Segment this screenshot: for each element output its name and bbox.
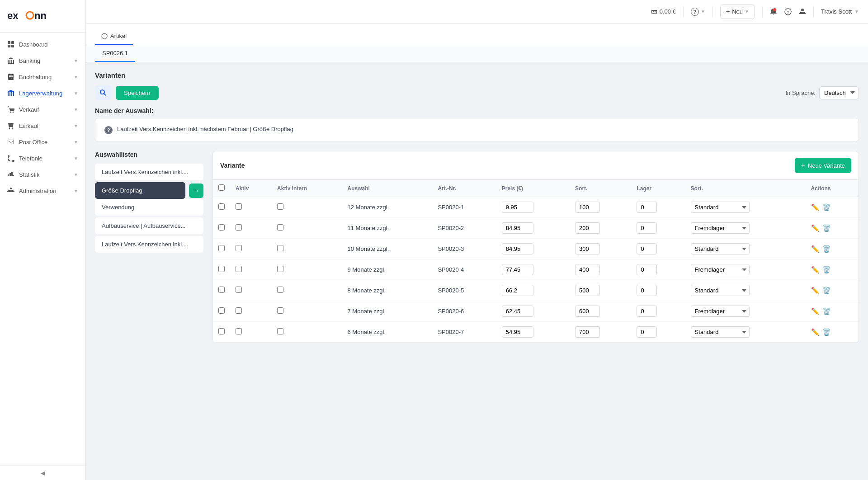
lager-type-select[interactable]: StandardFremdlager — [691, 202, 750, 213]
aktiv-checkbox[interactable] — [236, 266, 242, 272]
sidebar-item-banking[interactable]: Banking ▼ — [0, 52, 85, 69]
save-button[interactable]: Speichern — [116, 86, 159, 100]
topbar-divider2 — [712, 6, 713, 17]
delete-button[interactable]: 🗑️ — [822, 266, 831, 274]
auswahl-item-3[interactable]: Verwendung — [95, 199, 203, 216]
auswahl-arrow-button[interactable]: → — [189, 184, 203, 198]
help-icon-button[interactable]: ? — [784, 8, 792, 15]
edit-button[interactable]: ✏️ — [811, 203, 820, 212]
sidebar-item-buchhaltung[interactable]: Buchhaltung ▼ — [0, 69, 85, 85]
sort1-input[interactable] — [575, 306, 600, 317]
preis-input[interactable] — [502, 264, 533, 275]
lager-type-select[interactable]: StandardFremdlager — [691, 306, 750, 317]
row-checkbox[interactable] — [218, 328, 225, 334]
edit-button[interactable]: ✏️ — [811, 266, 820, 274]
sub-tab-sp0026[interactable]: SP0026.1 — [95, 45, 135, 62]
sort1-input[interactable] — [575, 326, 600, 338]
lager-type-select[interactable]: StandardFremdlager — [691, 264, 750, 275]
aktiv-intern-checkbox[interactable] — [277, 287, 283, 293]
delete-button[interactable]: 🗑️ — [822, 203, 831, 212]
lager-val-input[interactable] — [637, 326, 657, 338]
select-all-checkbox[interactable] — [218, 184, 225, 191]
lager-type-select[interactable]: StandardFremdlager — [691, 222, 750, 234]
aktiv-checkbox[interactable] — [236, 203, 242, 210]
logo: ex nn — [0, 0, 85, 33]
aktiv-checkbox[interactable] — [236, 224, 242, 231]
preis-input[interactable] — [502, 326, 533, 338]
lager-val-input[interactable] — [637, 243, 657, 254]
edit-button[interactable]: ✏️ — [811, 224, 820, 232]
aktiv-intern-checkbox[interactable] — [277, 224, 283, 231]
preis-input[interactable] — [502, 306, 533, 317]
aktiv-intern-checkbox[interactable] — [277, 328, 283, 334]
lager-type-select[interactable]: StandardFremdlager — [691, 243, 750, 254]
lager-type-select[interactable]: StandardFremdlager — [691, 285, 750, 296]
aktiv-checkbox[interactable] — [236, 245, 242, 251]
notification-bell[interactable] — [770, 8, 777, 15]
row-checkbox[interactable] — [218, 245, 225, 251]
sidebar-collapse-button[interactable]: ◀ — [0, 466, 85, 480]
edit-button[interactable]: ✏️ — [811, 245, 820, 253]
row-checkbox[interactable] — [218, 287, 225, 293]
aktiv-intern-checkbox[interactable] — [277, 245, 283, 251]
delete-button[interactable]: 🗑️ — [822, 307, 831, 315]
sidebar-item-statistik[interactable]: Statistik ▼ — [0, 166, 85, 183]
preis-input[interactable] — [502, 243, 533, 254]
sidebar-item-administration[interactable]: Administration ▼ — [0, 183, 85, 199]
row-checkbox[interactable] — [218, 266, 225, 272]
neue-variante-button[interactable]: + Neue Variante — [795, 158, 852, 173]
lager-val-input[interactable] — [637, 264, 657, 275]
edit-button[interactable]: ✏️ — [811, 307, 820, 315]
user-icon-button[interactable] — [799, 8, 806, 15]
sort1-input[interactable] — [575, 222, 600, 234]
delete-button[interactable]: 🗑️ — [822, 224, 831, 232]
balance-display[interactable]: 0,00 € — [651, 8, 676, 15]
delete-button[interactable]: 🗑️ — [822, 328, 831, 336]
col-art-nr: Art.-Nr. — [432, 180, 496, 197]
row-checkbox[interactable] — [218, 203, 225, 210]
language-select[interactable]: Deutsch — [819, 86, 859, 99]
help-button[interactable]: ? ▼ — [691, 8, 705, 16]
col-lager: Lager — [631, 180, 685, 197]
row-checkbox[interactable] — [218, 307, 225, 314]
sidebar-item-telefonie[interactable]: Telefonie ▼ — [0, 150, 85, 166]
sidebar-item-einkauf[interactable]: Einkauf ▼ — [0, 118, 85, 134]
user-menu[interactable]: Travis Scott ▼ — [821, 8, 859, 15]
sidebar-item-post-office[interactable]: Post Office ▼ — [0, 134, 85, 150]
aktiv-intern-checkbox[interactable] — [277, 203, 283, 210]
aktiv-checkbox[interactable] — [236, 287, 242, 293]
preis-input[interactable] — [502, 202, 533, 213]
sort1-input[interactable] — [575, 243, 600, 254]
lager-val-input[interactable] — [637, 285, 657, 296]
aktiv-intern-checkbox[interactable] — [277, 266, 283, 272]
lager-type-select[interactable]: StandardFremdlager — [691, 326, 750, 338]
chevron-icon: ▼ — [74, 58, 78, 63]
sort1-input[interactable] — [575, 285, 600, 296]
auswahl-item-2[interactable]: Größe Dropflag — [95, 182, 185, 199]
search-button[interactable] — [95, 85, 111, 100]
aktiv-checkbox[interactable] — [236, 328, 242, 334]
sort1-input[interactable] — [575, 264, 600, 275]
edit-button[interactable]: ✏️ — [811, 328, 820, 336]
sidebar-item-verkauf[interactable]: Verkauf ▼ — [0, 101, 85, 118]
tab-artikel[interactable]: Artikel — [95, 28, 133, 45]
delete-button[interactable]: 🗑️ — [822, 245, 831, 253]
sidebar-item-dashboard[interactable]: Dashboard — [0, 36, 85, 52]
sort1-input[interactable] — [575, 202, 600, 213]
aktiv-intern-checkbox[interactable] — [277, 307, 283, 314]
preis-input[interactable] — [502, 285, 533, 296]
preis-input[interactable] — [502, 222, 533, 234]
lager-val-input[interactable] — [637, 306, 657, 317]
auswahl-item-4[interactable]: Aufbauservice | Aufbauservice... — [95, 217, 203, 234]
auswahl-item-5[interactable]: Laufzeit Vers.Kennzeichen inkl.... — [95, 236, 203, 253]
lager-val-input[interactable] — [637, 222, 657, 234]
auswahl-item-1[interactable]: Laufzeit Vers.Kennzeichen inkl.... — [95, 164, 203, 180]
delete-button[interactable]: 🗑️ — [822, 287, 831, 295]
lager-val-input[interactable] — [637, 202, 657, 213]
row-checkbox[interactable] — [218, 224, 225, 231]
info-icon: ? — [104, 126, 113, 134]
new-button[interactable]: + Neu ▼ — [720, 5, 755, 19]
sidebar-item-lagerverwaltung[interactable]: Lagerverwaltung ▼ — [0, 85, 85, 101]
edit-button[interactable]: ✏️ — [811, 287, 820, 295]
aktiv-checkbox[interactable] — [236, 307, 242, 314]
